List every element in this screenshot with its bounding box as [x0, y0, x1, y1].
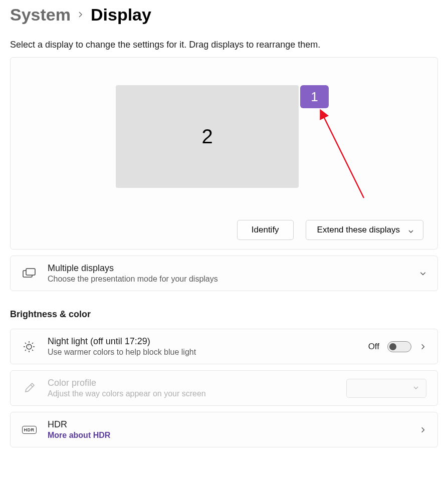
display-arrangement-card: 2 1 Identify Extend these displays	[10, 57, 438, 250]
display-canvas[interactable]: 2 1	[11, 58, 437, 213]
multiple-displays-icon	[22, 266, 37, 281]
color-profile-icon	[22, 381, 37, 396]
hdr-title: HDR	[48, 419, 408, 430]
night-light-subtitle: Use warmer colors to help block blue lig…	[48, 348, 357, 357]
color-profile-title: Color profile	[48, 378, 335, 388]
svg-line-9	[25, 343, 26, 344]
multiple-displays-title: Multiple displays	[48, 263, 408, 274]
hdr-text: HDR More about HDR	[48, 419, 408, 440]
night-light-title: Night light (off until 17:29)	[48, 336, 357, 347]
chevron-right-icon	[78, 11, 84, 20]
monitor-tile-1[interactable]: 1	[300, 85, 329, 108]
night-light-row[interactable]: Night light (off until 17:29) Use warmer…	[10, 329, 438, 364]
hdr-icon: HDR	[22, 422, 37, 437]
svg-line-13	[31, 385, 33, 387]
svg-rect-3	[26, 269, 35, 275]
color-profile-dropdown	[346, 379, 426, 398]
multiple-displays-row[interactable]: Multiple displays Choose the presentatio…	[10, 256, 438, 291]
toggle-knob	[389, 343, 396, 350]
night-light-controls: Off	[368, 341, 426, 352]
display-mode-label: Extend these displays	[317, 225, 400, 235]
arrangement-footer: Identify Extend these displays	[11, 213, 437, 249]
section-heading-brightness: Brightness & color	[10, 309, 438, 320]
color-profile-subtitle: Adjust the way colors appear on your scr…	[48, 389, 335, 398]
svg-line-12	[32, 343, 33, 344]
multiple-displays-subtitle: Choose the presentation mode for your di…	[48, 275, 408, 284]
hdr-row[interactable]: HDR HDR More about HDR	[10, 412, 438, 447]
svg-line-10	[32, 350, 33, 351]
svg-line-1	[323, 116, 364, 198]
chevron-right-icon	[419, 343, 426, 350]
chevron-right-icon	[419, 426, 426, 433]
hdr-more-link[interactable]: More about HDR	[48, 431, 408, 440]
page-title: Display	[91, 5, 151, 25]
chevron-down-icon	[419, 270, 426, 277]
monitor-tile-2[interactable]: 2	[116, 85, 299, 188]
color-profile-text: Color profile Adjust the way colors appe…	[48, 378, 335, 398]
multiple-displays-text: Multiple displays Choose the presentatio…	[48, 263, 408, 284]
identify-button[interactable]: Identify	[237, 220, 294, 240]
hdr-badge: HDR	[22, 426, 37, 434]
chevron-down-icon	[408, 227, 414, 233]
display-mode-dropdown[interactable]: Extend these displays	[306, 220, 423, 240]
chevron-down-icon	[413, 384, 419, 393]
night-light-text: Night light (off until 17:29) Use warmer…	[48, 336, 357, 357]
night-light-icon	[22, 339, 37, 354]
color-profile-row: Color profile Adjust the way colors appe…	[10, 370, 438, 406]
svg-line-11	[25, 350, 26, 351]
breadcrumb-parent-link[interactable]: System	[10, 5, 71, 25]
breadcrumb: System Display	[10, 5, 438, 25]
night-light-toggle[interactable]	[387, 341, 411, 352]
instruction-text: Select a display to change the settings …	[10, 40, 438, 50]
annotation-arrow-icon	[311, 108, 376, 203]
night-light-toggle-state: Off	[368, 342, 379, 352]
